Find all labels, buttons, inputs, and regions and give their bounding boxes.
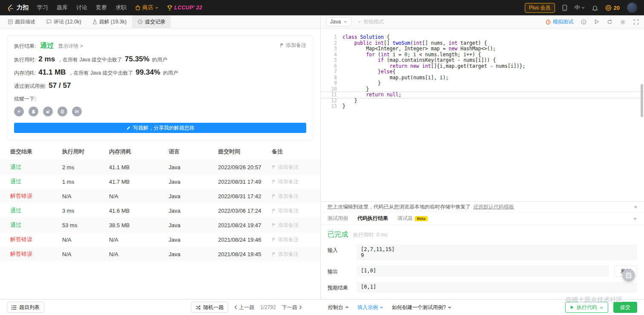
tab-run-result[interactable]: 代码执行结果 (357, 215, 388, 222)
share-linkedin-icon[interactable]: in (72, 107, 82, 116)
input-label: 输入 (328, 244, 356, 254)
submit-button[interactable]: 提交 (613, 302, 637, 313)
fullscreen-icon[interactable] (633, 19, 639, 25)
nav-item-problems[interactable]: 题库 (57, 4, 68, 12)
submission-row[interactable]: 通过1 ms41.7 MBJava2022/08/31 17:49添加备注 (0, 174, 320, 189)
run-code-button[interactable]: 执行代码 (565, 302, 608, 313)
nav-item-contest[interactable]: 竞赛 (96, 4, 107, 12)
run-icon[interactable] (594, 19, 599, 24)
submission-time: 2022/03/06 17:24 (218, 208, 272, 214)
submission-row[interactable]: 解答错误N/AN/AJava2021/08/24 19:46添加备注 (0, 232, 320, 247)
share-douban-icon[interactable] (58, 107, 67, 116)
add-note-button[interactable]: 添加备注 (272, 207, 320, 214)
code-line[interactable]: 10 } (321, 87, 644, 92)
tab-testcase[interactable]: 测试用例 (328, 215, 348, 222)
add-note-button[interactable]: 添加备注 (272, 193, 320, 200)
code-editor[interactable]: 1class Solution {2 public int[] twoSum(i… (321, 29, 644, 201)
code-line[interactable]: 12 } (321, 98, 644, 104)
mobile-app-icon[interactable] (562, 5, 567, 11)
fill-example-button[interactable]: 填入示例 (357, 304, 383, 311)
add-note-button[interactable]: 添加备注 (272, 164, 320, 171)
submission-row[interactable]: 通过53 ms38.5 MBJava2021/08/24 19:47添加备注 (0, 218, 320, 232)
add-note-button[interactable]: 添加备注 (272, 178, 320, 185)
random-problem-button[interactable]: 随机一题 (191, 302, 228, 313)
write-solution-label: 写题解，分享我的解题思路 (133, 124, 195, 132)
howto-testcase-button[interactable]: 如何创建一个测试用例? (392, 304, 451, 311)
smart-mode-toggle[interactable]: 智能模式 (357, 18, 384, 26)
editor-scrollbar[interactable] (641, 84, 643, 117)
nav-item-lccup[interactable]: LCCUP' 22 (167, 5, 202, 11)
leetcode-logo[interactable]: 力扣 (7, 4, 29, 12)
submission-row[interactable]: 通过3 ms41.6 MBJava2022/03/06 17:24添加备注 (0, 203, 320, 218)
share-qq-icon[interactable] (29, 107, 38, 116)
nav-item-store[interactable]: 商店 (135, 4, 158, 12)
language-select[interactable]: Java (326, 17, 351, 26)
close-icon[interactable]: × (634, 204, 637, 210)
submission-row[interactable]: 通过2 ms41.1 MBJava2022/09/26 20:57添加备注 (0, 160, 320, 174)
run-status: 已完成 (328, 230, 348, 239)
mock-interview-button[interactable]: 模拟面试 (546, 18, 573, 26)
code-line[interactable]: 7 }else{ (321, 69, 644, 75)
info-icon[interactable] (581, 19, 586, 25)
add-note-button[interactable]: 添加备注 (272, 251, 320, 258)
line-number: 1 (321, 35, 337, 40)
submission-status-link[interactable]: 通过 (0, 207, 62, 214)
tab-label: 题解 (19.3k) (99, 18, 127, 26)
coin-balance[interactable]: 20 (605, 5, 620, 11)
nav-item-jobs[interactable]: 求职 (115, 4, 126, 12)
tab-debugger[interactable]: 调试器 Beta (397, 215, 428, 222)
share-weibo-icon[interactable] (43, 107, 53, 116)
settings-gear-icon[interactable] (620, 19, 626, 25)
add-note-button[interactable]: 添加备注 (272, 236, 320, 243)
code-line[interactable]: 8 map.put(nums[i], i); (321, 75, 644, 81)
collapse-console-icon[interactable] (633, 217, 637, 221)
language-switcher[interactable]: 中 (575, 4, 585, 12)
submission-status-link[interactable]: 解答错误 (0, 192, 62, 200)
console-toggle-button[interactable]: 控制台 (328, 304, 349, 311)
runtime-value: 2 ms (38, 55, 55, 64)
code-line[interactable]: 6 return new int[]{i,map.get(target - nu… (321, 64, 644, 69)
code-line[interactable]: 5 if (map.containsKey(target - nums[i]))… (321, 58, 644, 64)
navbar-right: Plus 会员 中 20 (525, 3, 637, 13)
tab-comments[interactable]: 评论 (12.0k) (41, 15, 87, 28)
submission-status-link[interactable]: 解答错误 (0, 250, 62, 258)
nav-item-learn[interactable]: 学习 (37, 4, 48, 12)
expected-box[interactable]: [0,1] (356, 282, 637, 293)
reset-code-icon[interactable] (607, 19, 612, 25)
next-problem-button[interactable]: 下一题 (282, 304, 302, 311)
prev-problem-button[interactable]: 上一题 (234, 304, 254, 311)
notifications-bell-icon[interactable] (592, 5, 598, 11)
submission-status-link[interactable]: 解答错误 (0, 236, 62, 243)
tab-label: 评论 (12.0k) (54, 18, 81, 26)
tab-submissions[interactable]: 提交记录 (132, 15, 171, 28)
show-detail-link[interactable]: 显示详情 > (58, 43, 83, 50)
code-line[interactable]: 11 return null; (321, 92, 644, 98)
code-line[interactable]: 1class Solution { (321, 35, 644, 40)
floating-save-button[interactable] (622, 269, 635, 282)
submission-row[interactable]: 解答错误N/AN/AJava2021/08/24 19:45添加备注 (0, 247, 320, 261)
submission-status-link[interactable]: 通过 (0, 221, 62, 229)
add-note-button[interactable]: 添加备注 (272, 222, 320, 229)
write-solution-button[interactable]: 写题解，分享我的解题思路 (14, 123, 306, 133)
share-link-icon[interactable] (14, 107, 24, 116)
plus-member-button[interactable]: Plus 会员 (525, 3, 555, 13)
problem-list-button[interactable]: 题目列表 (7, 302, 44, 313)
submission-row[interactable]: 解答错误N/AN/AJava2022/08/31 17:42添加备注 (0, 189, 320, 203)
restore-default-template-link[interactable]: 还原默认代码模板 (473, 203, 514, 211)
code-line[interactable]: 9 } (321, 81, 644, 87)
output-box[interactable]: [1,0] (356, 266, 609, 277)
input-box[interactable]: [2,7,11,15] 9 (356, 244, 637, 260)
add-note-button[interactable]: 添加备注 (280, 42, 306, 49)
nav-item-discuss[interactable]: 讨论 (76, 4, 87, 12)
tab-solutions[interactable]: 题解 (19.3k) (87, 15, 132, 28)
runtime-suffix: 的用户 (152, 56, 167, 64)
user-avatar[interactable] (627, 3, 637, 13)
tab-description[interactable]: 题目描述 (3, 15, 41, 28)
code-line[interactable]: 13} (321, 104, 644, 110)
code-line[interactable]: 2 public int[] twoSum(int[] nums, int ta… (321, 40, 644, 46)
submission-status-link[interactable]: 通过 (0, 163, 62, 171)
submission-status-link[interactable]: 通过 (0, 178, 62, 185)
console-panel: 您上次编辑到这里，代码已从您浏览器本地的临时存储中恢复了 还原默认代码模板 × … (321, 201, 644, 299)
code-line[interactable]: 4 for (int i = 0; i < nums.length; i++) … (321, 52, 644, 58)
code-line[interactable]: 3 Map<Integer, Integer> map = new HashMa… (321, 46, 644, 52)
